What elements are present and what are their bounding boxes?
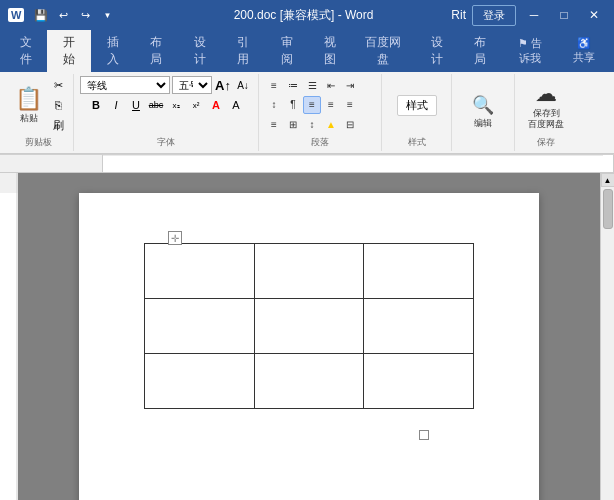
bold-button[interactable]: B <box>87 96 105 114</box>
table-cell[interactable] <box>254 354 364 409</box>
table-row <box>145 299 474 354</box>
sort-button[interactable]: ↕ <box>265 96 283 114</box>
baidu-save-button[interactable]: ☁ 保存到百度网盘 <box>521 78 571 133</box>
font-color-button[interactable]: A <box>207 96 225 114</box>
customize-quick-btn[interactable]: ▼ <box>98 6 116 24</box>
scroll-up-button[interactable]: ▲ <box>601 173 615 187</box>
tab-references[interactable]: 引用 <box>221 30 264 72</box>
justify-button[interactable]: ≡ <box>265 116 283 134</box>
cut-button[interactable]: ✂ <box>49 76 67 94</box>
paste-group: 📋 粘贴 ✂ ⎘ 刷 剪贴板 <box>4 74 74 151</box>
editing-group: 🔍 编辑 <box>452 74 515 151</box>
tab-table-layout[interactable]: 布局 <box>458 30 501 72</box>
font-style-row: B I U abc x₂ x² A A <box>87 96 245 114</box>
document-area[interactable]: ✛ <box>18 173 600 500</box>
decrease-font-button[interactable]: A↓ <box>234 76 252 94</box>
ruler-inner <box>102 155 614 172</box>
table-cell[interactable] <box>364 244 474 299</box>
table-cell[interactable] <box>254 244 364 299</box>
border-button[interactable]: ⊟ <box>341 116 359 134</box>
baidu-save-icon: ☁ <box>535 81 557 107</box>
vertical-ruler <box>0 173 18 500</box>
underline-button[interactable]: U <box>127 96 145 114</box>
tab-design[interactable]: 设计 <box>178 30 221 72</box>
redo-quick-btn[interactable]: ↪ <box>76 6 94 24</box>
table-cell[interactable] <box>364 354 474 409</box>
font-name-select[interactable]: 等线 <box>80 76 170 94</box>
tab-table-design[interactable]: 设计 <box>415 30 458 72</box>
tab-share[interactable]: ⚑ 告诉我 <box>502 32 559 70</box>
paste-group-label: 剪贴板 <box>25 134 52 149</box>
format-painter-button[interactable]: 刷 <box>49 116 67 134</box>
font-group-label: 字体 <box>157 134 175 149</box>
increase-font-button[interactable]: A↑ <box>214 76 232 94</box>
copy-button[interactable]: ⎘ <box>49 96 67 114</box>
table-cell[interactable] <box>145 299 255 354</box>
tab-baidu[interactable]: 百度网盘 <box>352 30 415 72</box>
styles-button[interactable]: 样式 <box>397 95 437 116</box>
indent-decrease-button[interactable]: ⇤ <box>322 76 340 94</box>
login-button[interactable]: 登录 <box>472 5 516 26</box>
vertical-scrollbar[interactable]: ▲ ▼ <box>600 173 614 500</box>
table-move-handle[interactable]: ✛ <box>168 231 182 245</box>
tab-file[interactable]: 文件 <box>4 30 47 72</box>
tab-layout[interactable]: 布局 <box>134 30 177 72</box>
list-bullet-button[interactable]: ≡ <box>265 76 283 94</box>
tab-collab[interactable]: ♿ 共享 <box>558 33 610 69</box>
title-center: 200.doc [兼容模式] - Word <box>156 7 452 24</box>
list-number-button[interactable]: ≔ <box>284 76 302 94</box>
table-cell[interactable] <box>145 354 255 409</box>
table-cell[interactable] <box>364 299 474 354</box>
restore-button[interactable]: □ <box>552 5 576 25</box>
align-center-button[interactable]: ≡ <box>322 96 340 114</box>
table-resize-handle[interactable] <box>419 430 429 440</box>
svg-rect-1 <box>103 155 613 173</box>
font-group: 等线 五号 A↑ A↓ B I U abc x₂ x² A A <box>74 74 259 151</box>
tab-view[interactable]: 视图 <box>308 30 351 72</box>
baidu-save-label: 保存到百度网盘 <box>528 108 564 130</box>
italic-button[interactable]: I <box>107 96 125 114</box>
editing-icon: 🔍 <box>472 94 494 116</box>
subscript-button[interactable]: x₂ <box>167 96 185 114</box>
save-quick-btn[interactable]: 💾 <box>32 6 50 24</box>
document-title: 200.doc [兼容模式] - Word <box>234 8 374 22</box>
horizontal-ruler <box>0 155 614 173</box>
strikethrough-button[interactable]: abc <box>147 96 165 114</box>
main-area: ✛ <box>0 173 614 500</box>
paste-label: 粘贴 <box>20 112 38 125</box>
document-page: ✛ <box>79 193 539 500</box>
align-left-button[interactable]: ≡ <box>303 96 321 114</box>
font-name-row: 等线 五号 A↑ A↓ <box>80 76 252 94</box>
shading-button[interactable]: ▲ <box>322 116 340 134</box>
editing-group-content: 🔍 编辑 <box>458 76 508 147</box>
line-spacing-button[interactable]: ↕ <box>303 116 321 134</box>
font-size-select[interactable]: 五号 <box>172 76 212 94</box>
columns-button[interactable]: ⊞ <box>284 116 302 134</box>
paragraph-group: ≡ ≔ ☰ ⇤ ⇥ ↕ ¶ ≡ ≡ ≡ ≡ ⊞ ↕ ▲ ⊟ 段落 <box>259 74 382 151</box>
indent-increase-button[interactable]: ⇥ <box>341 76 359 94</box>
show-marks-button[interactable]: ¶ <box>284 96 302 114</box>
superscript-button[interactable]: x² <box>187 96 205 114</box>
word-app-icon: W <box>8 8 24 22</box>
tab-home[interactable]: 开始 <box>47 28 90 72</box>
close-button[interactable]: ✕ <box>582 5 606 25</box>
undo-quick-btn[interactable]: ↩ <box>54 6 72 24</box>
baidu-save-group: ☁ 保存到百度网盘 保存 <box>515 74 577 151</box>
tab-insert[interactable]: 插入 <box>91 30 134 72</box>
baidu-save-content: ☁ 保存到百度网盘 <box>521 76 571 134</box>
styles-label: 样式 <box>406 99 428 111</box>
list-multi-button[interactable]: ☰ <box>303 76 321 94</box>
paste-button[interactable]: 📋 粘贴 <box>10 83 47 128</box>
editing-button[interactable]: 🔍 编辑 <box>458 91 508 133</box>
tab-review[interactable]: 审阅 <box>265 30 308 72</box>
table-cell[interactable] <box>254 299 364 354</box>
svg-rect-5 <box>0 193 18 500</box>
scroll-thumb[interactable] <box>603 189 613 229</box>
paragraph-group-label: 段落 <box>311 134 329 149</box>
align-right-button[interactable]: ≡ <box>341 96 359 114</box>
highlight-button[interactable]: A <box>227 96 245 114</box>
minimize-button[interactable]: ─ <box>522 5 546 25</box>
table-row <box>145 244 474 299</box>
table-row <box>145 354 474 409</box>
table-cell[interactable] <box>145 244 255 299</box>
